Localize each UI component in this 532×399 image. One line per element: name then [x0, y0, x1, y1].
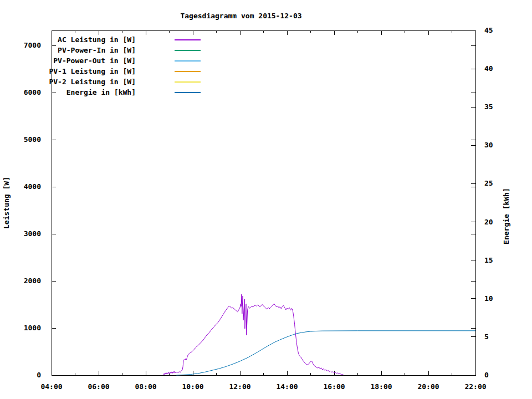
x-axis-tick-label: 10:00 [182, 382, 203, 391]
y2-axis-tick-label: 40 [484, 64, 493, 73]
series-line-0 [163, 294, 344, 375]
y-axis-tick-label: 4000 [24, 182, 41, 191]
y-axis-tick-label: 3000 [24, 229, 41, 238]
y2-axis-tick-label: 20 [484, 218, 493, 226]
x-axis-tick-label: 12:00 [229, 382, 250, 391]
legend-label: Energie in [kWh] [66, 88, 136, 96]
x-axis-tick-label: 06:00 [88, 382, 109, 391]
y-axis-tick-label: 1000 [24, 324, 41, 332]
x-axis-tick-label: 08:00 [135, 382, 156, 391]
x-axis-tick-label: 04:00 [40, 382, 62, 391]
series-line-5 [176, 331, 475, 375]
y2-axis-tick-label: 15 [484, 256, 493, 264]
y2-axis-tick-label: 10 [484, 294, 493, 303]
legend-label: PV-2 Leistung in [W] [49, 78, 136, 86]
x-axis-tick-label: 18:00 [370, 382, 392, 391]
chart-canvas: 04:0006:0008:0010:0012:0014:0016:0018:00… [0, 0, 532, 399]
legend-label: PV-1 Leistung in [W] [49, 67, 136, 75]
y-axis-tick-label: 0 [37, 371, 41, 379]
y2-axis-tick-label: 30 [484, 141, 493, 149]
gnuplot-daily-pv-chart: Tagesdiagramm vom 2015-12-03 04:0006:000… [0, 0, 532, 399]
x-axis-tick-label: 20:00 [417, 382, 439, 391]
y-axis-tick-label: 2000 [24, 277, 41, 285]
y-axis-tick-label: 6000 [24, 88, 41, 96]
y2-axis-tick-label: 5 [484, 332, 489, 341]
legend-label: AC Leistung in [W] [58, 35, 136, 44]
y-axis-title: Leistung [W] [2, 177, 11, 229]
y-axis-tick-label: 5000 [24, 135, 41, 144]
x-axis-tick-label: 22:00 [464, 382, 486, 391]
x-axis-tick-label: 14:00 [276, 382, 298, 391]
legend-label: PV-Power-Out in [W] [53, 57, 136, 65]
y2-axis-title: Energie [kWh] [502, 188, 510, 244]
x-axis-tick-label: 16:00 [323, 382, 345, 391]
legend-label: PV-Power-In in [W] [58, 46, 136, 54]
y-axis-tick-label: 7000 [24, 41, 41, 49]
y2-axis-tick-label: 0 [484, 371, 489, 379]
y2-axis-tick-label: 35 [484, 103, 493, 111]
y2-axis-tick-label: 25 [484, 179, 493, 187]
y2-axis-tick-label: 45 [484, 26, 493, 34]
